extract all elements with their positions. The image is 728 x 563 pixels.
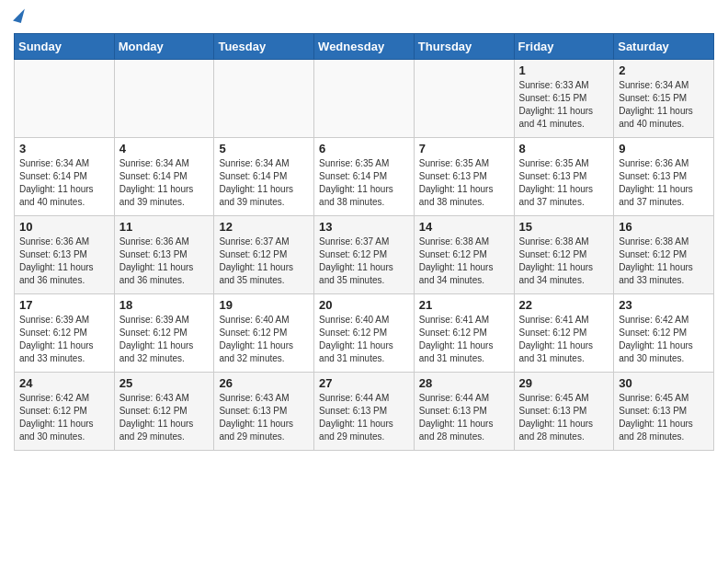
day-info: Sunrise: 6:38 AM Sunset: 6:12 PM Dayligh… <box>519 236 609 287</box>
day-cell: 24Sunrise: 6:42 AM Sunset: 6:12 PM Dayli… <box>15 373 115 451</box>
day-info: Sunrise: 6:38 AM Sunset: 6:12 PM Dayligh… <box>419 236 509 287</box>
day-cell: 12Sunrise: 6:37 AM Sunset: 6:12 PM Dayli… <box>214 216 314 294</box>
week-row-2: 10Sunrise: 6:36 AM Sunset: 6:13 PM Dayli… <box>15 216 714 294</box>
day-cell: 26Sunrise: 6:43 AM Sunset: 6:13 PM Dayli… <box>214 373 314 451</box>
day-info: Sunrise: 6:36 AM Sunset: 6:13 PM Dayligh… <box>119 236 210 287</box>
day-number: 19 <box>219 298 309 312</box>
column-header-thursday: Thursday <box>414 34 514 60</box>
day-number: 2 <box>619 63 709 77</box>
calendar: SundayMondayTuesdayWednesdayThursdayFrid… <box>14 33 714 451</box>
day-info: Sunrise: 6:38 AM Sunset: 6:12 PM Dayligh… <box>619 236 709 287</box>
day-info: Sunrise: 6:41 AM Sunset: 6:12 PM Dayligh… <box>519 314 609 365</box>
calendar-header: SundayMondayTuesdayWednesdayThursdayFrid… <box>15 34 714 60</box>
day-number: 9 <box>619 142 709 155</box>
day-info: Sunrise: 6:44 AM Sunset: 6:13 PM Dayligh… <box>419 392 509 443</box>
day-cell: 20Sunrise: 6:40 AM Sunset: 6:12 PM Dayli… <box>314 294 415 373</box>
day-number: 3 <box>19 142 109 155</box>
header <box>14 9 714 26</box>
day-cell: 25Sunrise: 6:43 AM Sunset: 6:12 PM Dayli… <box>114 373 214 451</box>
day-number: 20 <box>319 298 409 312</box>
day-info: Sunrise: 6:40 AM Sunset: 6:12 PM Dayligh… <box>219 314 309 365</box>
day-cell: 7Sunrise: 6:35 AM Sunset: 6:13 PM Daylig… <box>414 138 514 216</box>
day-number: 12 <box>219 220 309 234</box>
day-cell: 1Sunrise: 6:33 AM Sunset: 6:15 PM Daylig… <box>514 60 614 138</box>
day-cell: 29Sunrise: 6:45 AM Sunset: 6:13 PM Dayli… <box>514 373 614 451</box>
day-info: Sunrise: 6:36 AM Sunset: 6:13 PM Dayligh… <box>19 236 109 287</box>
day-cell <box>15 60 115 138</box>
day-number: 28 <box>419 376 509 390</box>
day-info: Sunrise: 6:37 AM Sunset: 6:12 PM Dayligh… <box>319 236 409 287</box>
day-cell: 10Sunrise: 6:36 AM Sunset: 6:13 PM Dayli… <box>15 216 115 294</box>
logo <box>14 9 26 26</box>
day-cell: 16Sunrise: 6:38 AM Sunset: 6:12 PM Dayli… <box>614 216 714 294</box>
day-number: 8 <box>519 142 609 155</box>
day-cell <box>314 60 415 138</box>
day-info: Sunrise: 6:33 AM Sunset: 6:15 PM Dayligh… <box>519 79 609 131</box>
column-header-friday: Friday <box>514 34 614 60</box>
day-number: 16 <box>619 220 709 234</box>
day-cell: 21Sunrise: 6:41 AM Sunset: 6:12 PM Dayli… <box>414 294 514 373</box>
day-cell: 28Sunrise: 6:44 AM Sunset: 6:13 PM Dayli… <box>414 373 514 451</box>
day-number: 17 <box>19 298 109 312</box>
header-row: SundayMondayTuesdayWednesdayThursdayFrid… <box>15 34 714 60</box>
day-cell: 6Sunrise: 6:35 AM Sunset: 6:14 PM Daylig… <box>314 138 415 216</box>
day-number: 23 <box>619 298 709 312</box>
day-number: 4 <box>119 142 210 155</box>
day-number: 5 <box>219 142 309 155</box>
day-info: Sunrise: 6:36 AM Sunset: 6:13 PM Dayligh… <box>619 157 709 209</box>
day-number: 7 <box>419 142 509 155</box>
day-cell <box>114 60 214 138</box>
day-info: Sunrise: 6:45 AM Sunset: 6:13 PM Dayligh… <box>619 392 709 443</box>
day-info: Sunrise: 6:40 AM Sunset: 6:12 PM Dayligh… <box>319 314 409 365</box>
day-info: Sunrise: 6:42 AM Sunset: 6:12 PM Dayligh… <box>619 314 709 365</box>
day-cell: 19Sunrise: 6:40 AM Sunset: 6:12 PM Dayli… <box>214 294 314 373</box>
day-info: Sunrise: 6:43 AM Sunset: 6:12 PM Dayligh… <box>119 392 210 443</box>
day-number: 25 <box>119 376 210 390</box>
day-cell: 8Sunrise: 6:35 AM Sunset: 6:13 PM Daylig… <box>514 138 614 216</box>
day-cell: 22Sunrise: 6:41 AM Sunset: 6:12 PM Dayli… <box>514 294 614 373</box>
day-cell: 4Sunrise: 6:34 AM Sunset: 6:14 PM Daylig… <box>114 138 214 216</box>
week-row-3: 17Sunrise: 6:39 AM Sunset: 6:12 PM Dayli… <box>15 294 714 373</box>
day-info: Sunrise: 6:35 AM Sunset: 6:13 PM Dayligh… <box>519 157 609 209</box>
day-info: Sunrise: 6:37 AM Sunset: 6:12 PM Dayligh… <box>219 236 309 287</box>
day-info: Sunrise: 6:42 AM Sunset: 6:12 PM Dayligh… <box>19 392 109 443</box>
day-info: Sunrise: 6:41 AM Sunset: 6:12 PM Dayligh… <box>419 314 509 365</box>
calendar-body: 1Sunrise: 6:33 AM Sunset: 6:15 PM Daylig… <box>15 60 714 451</box>
day-cell: 3Sunrise: 6:34 AM Sunset: 6:14 PM Daylig… <box>15 138 115 216</box>
column-header-monday: Monday <box>114 34 214 60</box>
day-cell: 18Sunrise: 6:39 AM Sunset: 6:12 PM Dayli… <box>114 294 214 373</box>
column-header-saturday: Saturday <box>614 34 714 60</box>
day-cell: 27Sunrise: 6:44 AM Sunset: 6:13 PM Dayli… <box>314 373 415 451</box>
day-number: 26 <box>219 376 309 390</box>
day-number: 14 <box>419 220 509 234</box>
column-header-wednesday: Wednesday <box>314 34 415 60</box>
week-row-1: 3Sunrise: 6:34 AM Sunset: 6:14 PM Daylig… <box>15 138 714 216</box>
day-cell <box>414 60 514 138</box>
day-cell <box>214 60 314 138</box>
day-cell: 30Sunrise: 6:45 AM Sunset: 6:13 PM Dayli… <box>614 373 714 451</box>
week-row-4: 24Sunrise: 6:42 AM Sunset: 6:12 PM Dayli… <box>15 373 714 451</box>
day-cell: 23Sunrise: 6:42 AM Sunset: 6:12 PM Dayli… <box>614 294 714 373</box>
day-number: 6 <box>319 142 409 155</box>
day-cell: 11Sunrise: 6:36 AM Sunset: 6:13 PM Dayli… <box>114 216 214 294</box>
day-number: 21 <box>419 298 509 312</box>
day-number: 1 <box>519 63 609 77</box>
day-cell: 15Sunrise: 6:38 AM Sunset: 6:12 PM Dayli… <box>514 216 614 294</box>
week-row-0: 1Sunrise: 6:33 AM Sunset: 6:15 PM Daylig… <box>15 60 714 138</box>
day-number: 29 <box>519 376 609 390</box>
day-number: 22 <box>519 298 609 312</box>
day-info: Sunrise: 6:43 AM Sunset: 6:13 PM Dayligh… <box>219 392 309 443</box>
day-info: Sunrise: 6:45 AM Sunset: 6:13 PM Dayligh… <box>519 392 609 443</box>
day-number: 10 <box>19 220 109 234</box>
day-number: 30 <box>619 376 709 390</box>
day-cell: 9Sunrise: 6:36 AM Sunset: 6:13 PM Daylig… <box>614 138 714 216</box>
day-info: Sunrise: 6:34 AM Sunset: 6:14 PM Dayligh… <box>19 157 109 209</box>
day-number: 24 <box>19 376 109 390</box>
day-cell: 5Sunrise: 6:34 AM Sunset: 6:14 PM Daylig… <box>214 138 314 216</box>
page: SundayMondayTuesdayWednesdayThursdayFrid… <box>0 0 728 465</box>
day-number: 27 <box>319 376 409 390</box>
day-cell: 14Sunrise: 6:38 AM Sunset: 6:12 PM Dayli… <box>414 216 514 294</box>
day-info: Sunrise: 6:35 AM Sunset: 6:13 PM Dayligh… <box>419 157 509 209</box>
day-info: Sunrise: 6:39 AM Sunset: 6:12 PM Dayligh… <box>19 314 109 365</box>
column-header-sunday: Sunday <box>15 34 115 60</box>
